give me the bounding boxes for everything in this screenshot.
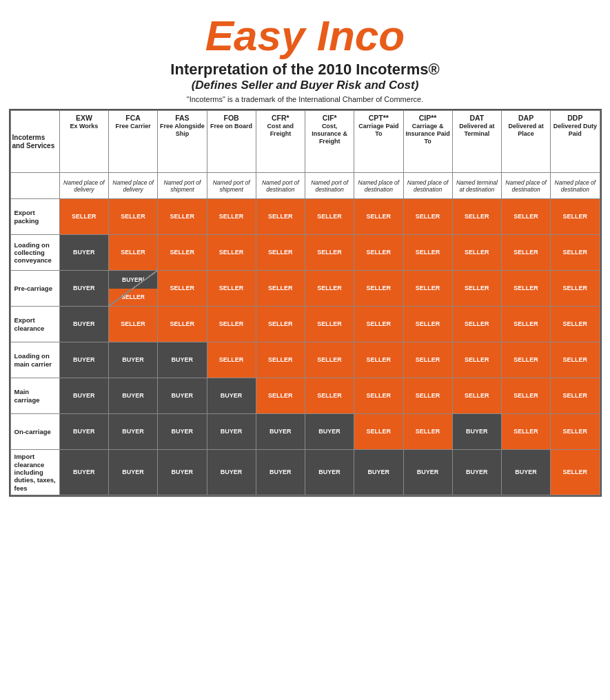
cell-row6-col3: BUYER	[207, 414, 256, 450]
cell-row2-col6: SELLER	[354, 271, 403, 307]
cell-row0-col8: SELLER	[452, 199, 501, 235]
column-header-DDP: DDPDelivered Duty Paid	[551, 111, 600, 173]
cell-row3-col8: SELLER	[452, 307, 501, 342]
cell-row0-col7: SELLER	[403, 199, 452, 235]
cell-row5-col10: SELLER	[551, 378, 600, 414]
cell-row7-col7: BUYER	[403, 450, 452, 495]
cell-row5-col6: SELLER	[354, 378, 403, 414]
cell-row1-col1: SELLER	[109, 235, 158, 271]
cell-row0-col3: SELLER	[207, 199, 256, 235]
cell-row6-col6: SELLER	[354, 414, 403, 450]
cell-row6-col1: BUYER	[109, 414, 158, 450]
cell-row1-col10: SELLER	[551, 235, 600, 271]
row-label-4: Loading on main carrier	[10, 342, 59, 378]
cell-row4-col0: BUYER	[59, 342, 108, 378]
cell-row2-col2: SELLER	[158, 271, 207, 307]
cell-row3-col10: SELLER	[551, 307, 600, 342]
cell-row4-col10: SELLER	[551, 342, 600, 378]
cell-row1-col4: SELLER	[256, 235, 305, 271]
cell-row0-col1: SELLER	[109, 199, 158, 235]
cell-row5-col1: BUYER	[109, 378, 158, 414]
cell-row7-col10: SELLER	[551, 450, 600, 495]
cell-row5-col4: SELLER	[256, 378, 305, 414]
cell-row2-col10: SELLER	[551, 271, 600, 307]
column-header-CIP: CIP**Carriage & Insurance Paid To	[403, 111, 452, 173]
incoterms-table: Incoterms and ServicesEXWEx WorksFCAFree…	[9, 109, 602, 497]
cell-row7-col6: BUYER	[354, 450, 403, 495]
incoterms-services-label: Incoterms and Services	[10, 111, 59, 173]
cell-row3-col1: SELLER	[109, 307, 158, 342]
cell-row0-col9: SELLER	[502, 199, 551, 235]
cell-row3-col6: SELLER	[354, 307, 403, 342]
table-row: Export packingSELLERSELLERSELLERSELLERSE…	[10, 199, 600, 235]
table-row: Main carriageBUYERBUYERBUYERBUYERSELLERS…	[10, 378, 600, 414]
trademark-note: "Incoterms" is a trademark of the Intern…	[187, 95, 423, 103]
cell-row4-col9: SELLER	[502, 342, 551, 378]
subheader-empty	[10, 173, 59, 199]
cell-row3-col2: SELLER	[158, 307, 207, 342]
subheader-col-3: Named port of shipment	[207, 173, 256, 199]
cell-row5-col2: BUYER	[158, 378, 207, 414]
cell-row6-col10: SELLER	[551, 414, 600, 450]
cell-row2-col5: SELLER	[305, 271, 354, 307]
cell-row7-col3: BUYER	[207, 450, 256, 495]
incoterms-label-text: Incoterms and Services	[12, 134, 55, 150]
cell-row7-col8: BUYER	[452, 450, 501, 495]
column-header-DAT: DATDelivered at Terminal	[452, 111, 501, 173]
table-row: Loading on main carrierBUYERBUYERBUYERSE…	[10, 342, 600, 378]
cell-row2-col0: BUYER	[59, 271, 108, 307]
cell-row4-col7: SELLER	[403, 342, 452, 378]
subheader-col-9: Named place of destination	[502, 173, 551, 199]
column-header-EXW: EXWEx Works	[59, 111, 108, 173]
cell-row5-col8: SELLER	[452, 378, 501, 414]
cell-row5-col9: SELLER	[502, 378, 551, 414]
cell-row3-col7: SELLER	[403, 307, 452, 342]
subheader-col-7: Named place of destination	[403, 173, 452, 199]
cell-row6-col0: BUYER	[59, 414, 108, 450]
cell-row2-col9: SELLER	[502, 271, 551, 307]
cell-row0-col6: SELLER	[354, 199, 403, 235]
cell-row0-col2: SELLER	[158, 199, 207, 235]
cell-row1-col9: SELLER	[502, 235, 551, 271]
cell-row6-col4: BUYER	[256, 414, 305, 450]
split-seller: SELLER	[109, 289, 157, 307]
table-row: Loading on collecting conveyanceBUYERSEL…	[10, 235, 600, 271]
subheader-col-2: Named port of shipment	[158, 173, 207, 199]
cell-row3-col9: SELLER	[502, 307, 551, 342]
column-header-FCA: FCAFree Carrier	[109, 111, 158, 173]
column-header-CIF: CIF*Cost, Insurance & Freight	[305, 111, 354, 173]
cell-row0-col4: SELLER	[256, 199, 305, 235]
table-header-row: Incoterms and ServicesEXWEx WorksFCAFree…	[10, 111, 600, 173]
cell-row7-col4: BUYER	[256, 450, 305, 495]
subheader-col-0: Named place of delivery	[59, 173, 108, 199]
table-subheader-row: Named place of deliveryNamed place of de…	[10, 173, 600, 199]
subtitle-italic: (Defines Seller and Buyer Risk and Cost)	[192, 79, 419, 92]
cell-row6-col8: BUYER	[452, 414, 501, 450]
cell-row0-col5: SELLER	[305, 199, 354, 235]
cell-row4-col4: SELLER	[256, 342, 305, 378]
cell-row5-col5: SELLER	[305, 378, 354, 414]
cell-row6-col9: SELLER	[502, 414, 551, 450]
cell-row1-col0: BUYER	[59, 235, 108, 271]
cell-row1-col8: SELLER	[452, 235, 501, 271]
cell-row2-col7: SELLER	[403, 271, 452, 307]
cell-row1-col5: SELLER	[305, 235, 354, 271]
cell-row0-col0: SELLER	[59, 199, 108, 235]
cell-row2-col4: SELLER	[256, 271, 305, 307]
column-header-CPT: CPT**Carriage Paid To	[354, 111, 403, 173]
cell-row0-col10: SELLER	[551, 199, 600, 235]
column-header-CFR: CFR*Cost and Freight	[256, 111, 305, 173]
cell-row2-col3: SELLER	[207, 271, 256, 307]
cell-row3-col0: BUYER	[59, 307, 108, 342]
cell-row1-col2: SELLER	[158, 235, 207, 271]
cell-row3-col5: SELLER	[305, 307, 354, 342]
page-title: Easy Inco	[205, 12, 405, 59]
cell-row5-col7: SELLER	[403, 378, 452, 414]
row-label-1: Loading on collecting conveyance	[10, 235, 59, 271]
subheader-col-1: Named place of delivery	[109, 173, 158, 199]
table-row: Export clearanceBUYERSELLERSELLERSELLERS…	[10, 307, 600, 342]
subheader-col-4: Named port of destination	[256, 173, 305, 199]
cell-row6-col7: SELLER	[403, 414, 452, 450]
cell-row4-col5: SELLER	[305, 342, 354, 378]
cell-row7-col2: BUYER	[158, 450, 207, 495]
